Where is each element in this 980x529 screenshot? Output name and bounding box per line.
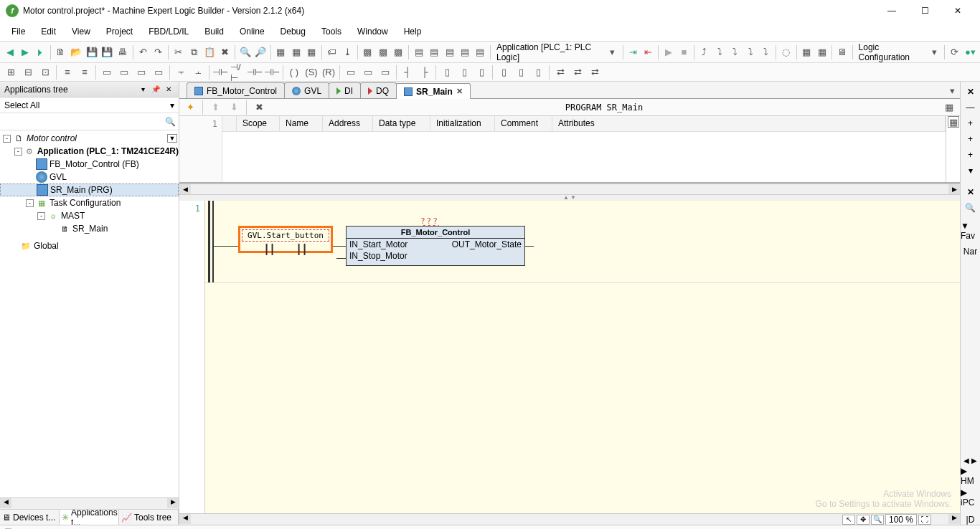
tree-application[interactable]: - ⚙ Application (PLC_1: TM241CE24R)	[0, 145, 179, 158]
tb-icon[interactable]: ▤	[412, 44, 425, 60]
nav-down-icon[interactable]: ⬇	[226, 100, 242, 115]
step-icon[interactable]: ⤵	[712, 44, 726, 60]
ladder-scroll[interactable]: ◀ ↖ ✥ 🔍 100 % ⛶ ▶	[179, 513, 960, 525]
tree-sr-main[interactable]: SR_Main (PRG)	[0, 184, 179, 196]
ld-icon[interactable]: ▯	[513, 65, 529, 80]
zoom-icon[interactable]: 🔍	[871, 515, 884, 525]
menu-tools[interactable]: Tools	[314, 24, 349, 39]
menu-window[interactable]: Window	[350, 24, 395, 39]
collapse-icon[interactable]: -	[3, 135, 11, 143]
new-icon[interactable]: 🗎	[54, 44, 67, 60]
contact-icon[interactable]: ⊣⊢	[212, 65, 228, 80]
minimize-button[interactable]: —	[875, 0, 908, 22]
zoom-fit-icon[interactable]: ⛶	[918, 515, 931, 525]
scroll-left-icon[interactable]: ◀	[179, 184, 191, 194]
nav-up-icon[interactable]: ⬆	[207, 100, 223, 115]
monitor-icon[interactable]: 🖥	[835, 44, 849, 60]
ld-icon[interactable]: ▭	[151, 65, 166, 80]
ld-icon[interactable]: ▯	[473, 65, 489, 80]
pin-icon[interactable]: 📌	[150, 84, 161, 95]
block-icon[interactable]: ▭	[360, 65, 376, 80]
block-icon[interactable]: ▭	[377, 65, 393, 80]
ld-icon[interactable]: ⫠	[190, 65, 206, 80]
scroll-right-icon[interactable]: ▶	[167, 498, 179, 508]
ld-icon[interactable]: ▯	[530, 65, 546, 80]
nav-fwd-icon[interactable]: ▶	[18, 44, 32, 60]
ld-icon[interactable]: ⊞	[3, 65, 19, 80]
tab-tools[interactable]: 📈Tools tree	[119, 510, 179, 525]
var-scroll[interactable]: ◀ ▶	[179, 184, 960, 195]
coil-set-icon[interactable]: (S)	[303, 65, 319, 80]
print-icon[interactable]: 🖶	[116, 44, 129, 60]
ld-icon[interactable]: ▭	[133, 65, 149, 80]
chevron-down-icon[interactable]: ▾	[963, 163, 978, 178]
tree-sr-ref[interactable]: 🗎 SR_Main	[0, 222, 179, 235]
replace-icon[interactable]: 🔎	[253, 44, 267, 60]
search-icon[interactable]: 🔍	[163, 117, 177, 127]
paste-icon[interactable]: 📋	[202, 44, 216, 60]
branch-icon[interactable]: ├	[417, 65, 433, 80]
col-name[interactable]: Name	[280, 116, 323, 131]
step-icon[interactable]: ⤵	[743, 44, 757, 60]
tb-icon[interactable]: ▤	[473, 44, 487, 60]
login-icon[interactable]: ⇥	[626, 44, 639, 60]
variable-grid[interactable]: 1 Scope Name Address Data type Initializ…	[179, 116, 960, 184]
cut-icon[interactable]: ✂	[171, 44, 185, 60]
tab-sr-main[interactable]: SR_Main✕	[396, 83, 471, 99]
add-icon[interactable]: +	[963, 132, 978, 146]
scroll-right-icon[interactable]: ▶	[948, 514, 960, 524]
tb-icon[interactable]: ▦	[289, 44, 303, 60]
bookmark-next-icon[interactable]: ⤓	[340, 44, 354, 60]
collapse-icon[interactable]: -	[37, 212, 45, 220]
splitter[interactable]: ▲ ▼	[179, 195, 960, 201]
maximize-button[interactable]: ☐	[908, 0, 941, 22]
run-icon[interactable]: ▶	[661, 44, 675, 60]
ladder-editor[interactable]: 1 ??? GVL.Start_button FB_Motor_Control …	[179, 201, 960, 513]
stop-icon[interactable]: ■	[677, 44, 691, 60]
view-icon[interactable]: ▦	[941, 100, 957, 115]
redo-icon[interactable]: ↷	[151, 44, 165, 60]
grid-view-icon[interactable]: ▦	[948, 116, 959, 128]
col-init[interactable]: Initialization	[430, 116, 495, 131]
bookmark-icon[interactable]: 🏷	[325, 44, 339, 60]
coil-icon[interactable]: ( )	[286, 65, 302, 80]
tab-fb-motor-control[interactable]: FB_Motor_Control	[187, 82, 285, 98]
delete-icon[interactable]: ✖	[218, 44, 232, 60]
save-all-icon[interactable]: 💾	[100, 44, 114, 60]
ld-icon[interactable]: ▯	[439, 65, 455, 80]
messages-bar[interactable]: ☰ Messages - Total 5 error(s), 0 warning…	[0, 525, 980, 529]
tb-icon[interactable]: ▦	[274, 44, 288, 60]
breakpoint-icon[interactable]: ◌	[779, 44, 793, 60]
step-icon[interactable]: ⤵	[728, 44, 742, 60]
save-icon[interactable]: 💾	[85, 44, 98, 60]
nav-back-icon[interactable]: ◀	[3, 44, 17, 60]
cursor-icon[interactable]: ↖	[842, 515, 855, 525]
contact-start-button[interactable]: GVL.Start_button	[238, 226, 333, 253]
ld-icon[interactable]: ⊟	[20, 65, 36, 80]
ld-icon[interactable]: ⊡	[37, 65, 53, 80]
dropdown-icon[interactable]: ▾	[606, 44, 619, 60]
step-icon[interactable]: ⤵	[759, 44, 773, 60]
scroll-left-icon[interactable]: ◀	[0, 498, 11, 508]
ld-icon[interactable]: ▭	[99, 65, 115, 80]
tree-fb[interactable]: FB_Motor_Control (FB)	[0, 158, 179, 171]
tb-icon[interactable]: ▦	[305, 44, 319, 60]
dropdown-icon[interactable]: ▾	[170, 100, 174, 110]
expand-col[interactable]	[222, 116, 237, 131]
menu-fbd[interactable]: FBD/LD/IL	[141, 24, 196, 39]
side-tab-ipc[interactable]: ▶ iPC	[961, 487, 980, 507]
ld-icon[interactable]: ▯	[456, 65, 472, 80]
select-all-row[interactable]: Select All ▾	[0, 97, 179, 113]
rung-1[interactable]: ??? GVL.Start_button FB_Motor_Control IN…	[205, 201, 960, 283]
menu-file[interactable]: File	[4, 24, 32, 39]
tab-gvl[interactable]: GVL	[284, 82, 329, 98]
close-icon[interactable]: ✕	[963, 185, 978, 199]
ld-icon[interactable]: ≡	[77, 65, 93, 80]
ld-icon[interactable]: ⇄	[587, 65, 603, 80]
tab-applications[interactable]: ✳Applications t...	[60, 510, 119, 525]
logic-combo[interactable]: Logic Configuration	[856, 42, 926, 62]
side-tab-hm[interactable]: ▶ HM	[961, 466, 980, 486]
tb-icon[interactable]: ▦	[799, 44, 813, 60]
col-address[interactable]: Address	[323, 116, 373, 131]
col-attributes[interactable]: Attributes	[552, 116, 946, 131]
